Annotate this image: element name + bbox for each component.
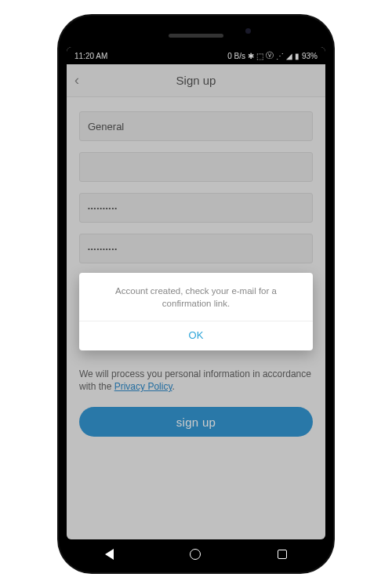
nav-back-icon[interactable] — [105, 549, 114, 560]
screen: 11:20 AM 0 B/s ✱ ⬚ ⓥ ⋰ ◢ ▮ 93% ‹ Sign up… — [67, 47, 325, 539]
front-camera — [245, 28, 251, 34]
speaker-grille — [169, 34, 223, 38]
dialog-message: Account created, check your e-mail for a… — [79, 273, 313, 321]
phone-earpiece-area — [67, 24, 325, 47]
dialog-ok-button[interactable]: OK — [79, 321, 313, 350]
confirmation-dialog: Account created, check your e-mail for a… — [79, 273, 313, 350]
android-navbar — [67, 539, 325, 569]
nav-recent-icon[interactable] — [278, 550, 287, 559]
nav-home-icon[interactable] — [190, 549, 201, 560]
phone-frame: 11:20 AM 0 B/s ✱ ⬚ ⓥ ⋰ ◢ ▮ 93% ‹ Sign up… — [59, 16, 333, 572]
